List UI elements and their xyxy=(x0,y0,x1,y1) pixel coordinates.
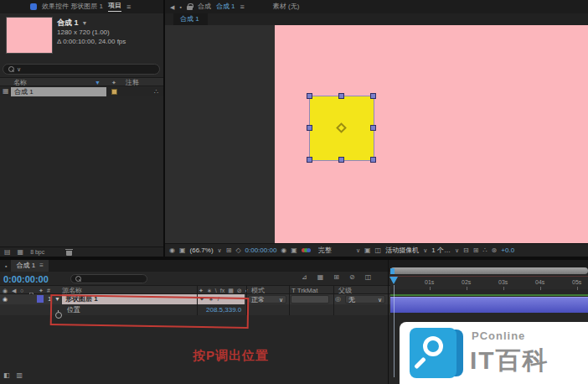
viewer-menu-icon[interactable]: ≡ xyxy=(240,3,245,11)
selection-handle[interactable] xyxy=(307,125,312,131)
auto-keyframe-icon[interactable]: ⊘ xyxy=(349,274,355,281)
fx-switch-icon[interactable]: fx xyxy=(220,288,224,293)
video-column-icon[interactable]: ◉ xyxy=(3,288,8,293)
solo-column-icon[interactable]: ○ xyxy=(20,288,23,293)
index-column-icon[interactable]: # xyxy=(47,288,50,293)
project-search-input[interactable]: ∨ xyxy=(3,64,160,75)
search-icon xyxy=(75,276,81,282)
column-name[interactable]: 名称 xyxy=(13,80,27,86)
tab-project[interactable]: 项目 xyxy=(108,3,121,12)
expand-inout-controls-icon[interactable]: ▥ xyxy=(17,372,23,379)
fast-preview-icon[interactable]: ⊞ xyxy=(473,247,479,254)
project-row-name[interactable]: 合成 1 xyxy=(14,89,34,96)
column-mode[interactable]: 模式 xyxy=(251,288,265,294)
work-area-start-handle[interactable] xyxy=(390,268,395,274)
selection-handle[interactable] xyxy=(307,157,312,163)
frame-blend-icon[interactable]: ▦ xyxy=(317,274,324,281)
parent-value: 无 xyxy=(348,295,355,304)
snapshot-icon[interactable]: ◉ xyxy=(169,247,175,254)
audio-column-icon[interactable]: ◀ xyxy=(12,288,16,293)
mini-flowchart-icon[interactable]: ∴ xyxy=(482,247,487,254)
layer-duration-bar[interactable] xyxy=(390,297,588,313)
tab-footage[interactable]: 素材 (无) xyxy=(273,3,300,10)
comp-info-name[interactable]: 合成 1 xyxy=(57,19,79,27)
work-area-bar[interactable] xyxy=(390,294,588,296)
tab-effect-controls[interactable]: 效果控件 形状图层 1 xyxy=(42,3,103,10)
quality-switch-icon[interactable]: \ xyxy=(215,288,217,293)
composition-shy-icon[interactable]: ⊿ xyxy=(302,274,307,281)
chevron-down-icon[interactable]: ▼ xyxy=(82,20,88,26)
viewer-toolbar: ◉ ▣ (66.7%) ∨ ⊞ ◇ 0:00:00:00 ◉ ▣ 完整 ∨ ▣ … xyxy=(165,243,588,257)
label-swatch[interactable] xyxy=(111,89,117,95)
timeline-tab[interactable]: 合成 1 ≡ xyxy=(11,260,48,272)
selection-handle[interactable] xyxy=(370,125,376,131)
tab-square-icon[interactable]: ▪ xyxy=(179,4,181,10)
graph-editor-icon[interactable]: ◫ xyxy=(365,274,372,281)
layer-label-swatch[interactable] xyxy=(37,295,44,303)
take-snapshot-icon[interactable]: ◉ xyxy=(281,247,286,254)
project-row-comp[interactable]: ▦ 合成 1 ∴ xyxy=(0,87,163,96)
transparency-grid-icon[interactable]: ◫ xyxy=(375,247,382,254)
viewer-comp-name[interactable]: 合成 1 xyxy=(216,3,235,10)
expand-transfer-controls-icon[interactable]: ◧ xyxy=(3,372,10,379)
timeline-current-time[interactable]: 0:00:00:00 xyxy=(3,274,49,284)
column-comment[interactable]: 注释 xyxy=(126,80,139,86)
mode-dropdown[interactable]: 正常 ∨ xyxy=(248,295,286,304)
shy-switch-icon[interactable]: ✦ xyxy=(199,288,204,293)
parent-pickwhip-icon[interactable]: ◎ xyxy=(335,296,341,303)
lock-icon[interactable] xyxy=(187,3,193,10)
column-trkmat[interactable]: T TrkMat xyxy=(291,288,317,294)
label-column-icon[interactable]: ✦ xyxy=(39,288,44,293)
label-column-icon[interactable]: ✦ xyxy=(111,80,116,86)
grid-options-icon[interactable]: ⊞ xyxy=(226,247,232,254)
mask-path-icon[interactable]: ◇ xyxy=(235,247,240,254)
show-last-snapshot-icon[interactable]: ▣ xyxy=(291,247,297,254)
column-source-name[interactable]: 源名称 xyxy=(62,288,82,294)
motion-blur-switch-icon[interactable]: ⊘ xyxy=(237,288,242,293)
selection-handle[interactable] xyxy=(338,93,344,99)
parent-dropdown[interactable]: 无 ∨ xyxy=(345,295,385,304)
back-arrow-icon[interactable]: ◀ xyxy=(170,4,174,10)
viewer-panel-label[interactable]: 合成 xyxy=(198,3,211,10)
timeline-search-input[interactable] xyxy=(70,274,147,283)
trash-icon[interactable] xyxy=(66,249,72,256)
pixel-aspect-icon[interactable]: ⊟ xyxy=(463,247,469,254)
reset-exposure-icon[interactable]: ⊛ xyxy=(492,247,498,254)
sort-icon[interactable]: ▼ xyxy=(95,80,101,86)
exposure-value[interactable]: +0.0 xyxy=(501,247,514,254)
show-snapshot-icon[interactable]: ▣ xyxy=(179,247,186,254)
trkmat-dropdown[interactable] xyxy=(291,295,329,304)
resolution-caret-icon[interactable]: ∨ xyxy=(356,247,360,253)
panel-menu-icon[interactable]: ≡ xyxy=(126,3,131,11)
layer-eye-icon[interactable]: ◉ xyxy=(3,296,8,302)
time-navigator[interactable] xyxy=(390,267,588,274)
selection-handle[interactable] xyxy=(338,157,344,163)
current-time-button[interactable]: 0:00:00:00 xyxy=(245,247,277,254)
motion-blur-icon[interactable]: ⊞ xyxy=(333,274,339,281)
viewer-subtab[interactable]: 合成 1 xyxy=(173,13,208,25)
viewer-subtab-row: 合成 1 xyxy=(165,13,588,25)
timeline-menu-icon[interactable]: ≡ xyxy=(39,262,44,269)
resolution-dropdown[interactable]: 完整 xyxy=(318,247,332,254)
region-of-interest-icon[interactable]: ▣ xyxy=(364,247,371,254)
time-ruler[interactable]: 01s 02s 03s 04s 05s xyxy=(390,276,588,289)
collapse-switch-icon[interactable]: ∗ xyxy=(207,288,212,293)
view-layout-caret-icon[interactable]: ∨ xyxy=(455,247,459,253)
camera-caret-icon[interactable]: ∨ xyxy=(423,247,427,253)
playhead-line[interactable] xyxy=(394,285,395,377)
comp-thumbnail[interactable] xyxy=(7,18,52,53)
selection-handle[interactable] xyxy=(370,157,376,163)
selection-handle[interactable] xyxy=(307,93,312,99)
new-comp-icon[interactable]: ▦ xyxy=(18,249,24,256)
playhead-marker[interactable] xyxy=(389,277,398,284)
new-folder-icon[interactable]: ▤ xyxy=(4,249,11,256)
zoom-caret-icon[interactable]: ∨ xyxy=(218,247,222,253)
show-channel-icon[interactable] xyxy=(302,248,311,252)
column-parent[interactable]: 父级 xyxy=(338,288,352,294)
bit-depth-label[interactable]: 8 bpc xyxy=(30,249,44,255)
view-layout-dropdown[interactable]: 1 个… xyxy=(431,247,451,254)
zoom-level[interactable]: (66.7%) xyxy=(190,247,214,254)
selection-handle[interactable] xyxy=(370,93,376,99)
camera-dropdown[interactable]: 活动摄像机 xyxy=(385,247,419,254)
frame-blend-switch-icon[interactable]: ▦ xyxy=(228,288,234,293)
